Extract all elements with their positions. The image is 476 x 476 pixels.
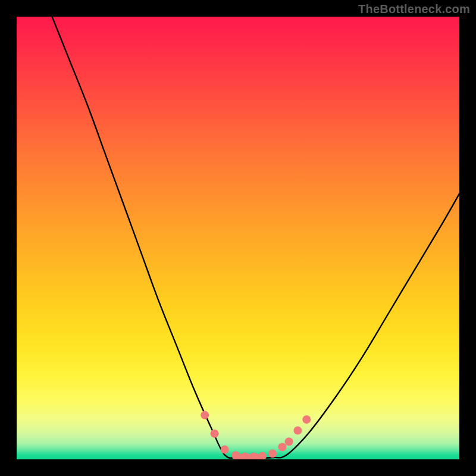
watermark-text: TheBottleneck.com (358, 2, 470, 16)
valley-marker (293, 427, 302, 435)
chart-frame: TheBottleneck.com (0, 0, 476, 476)
curve-path (52, 17, 460, 458)
valley-marker (285, 437, 293, 446)
valley-marker (302, 415, 311, 424)
valley-floor-pill (251, 453, 260, 459)
bottleneck-curve (17, 17, 459, 459)
valley-marker (221, 446, 229, 454)
valley-floor-pill (234, 453, 243, 459)
valley-marker (201, 411, 209, 419)
valley-marker (268, 449, 277, 458)
plot-area (17, 17, 459, 459)
valley-marker (211, 430, 219, 438)
valley-marker (278, 443, 286, 451)
valley-floor-pill (242, 453, 251, 459)
